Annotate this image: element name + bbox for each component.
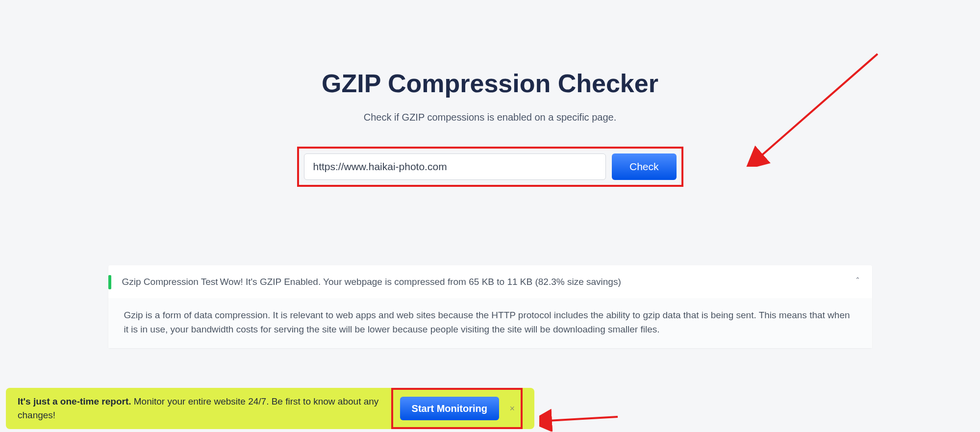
result-accordion-header[interactable]: Gzip Compression Test Wow! It's GZIP Ena… <box>108 265 872 298</box>
url-input[interactable] <box>304 153 606 180</box>
promo-banner: It's just a one-time report. Monitor you… <box>6 388 534 429</box>
close-icon[interactable]: × <box>509 404 515 414</box>
start-monitoring-button[interactable]: Start Monitoring <box>400 397 499 420</box>
results-card: Gzip Compression Test Wow! It's GZIP Ena… <box>108 265 872 348</box>
result-test-name: Gzip Compression Test <box>122 275 220 289</box>
svg-line-1 <box>548 417 618 421</box>
banner-text: It's just a one-time report. Monitor you… <box>18 395 391 423</box>
check-button[interactable]: Check <box>612 153 677 180</box>
result-description: Gzip is a form of data compression. It i… <box>108 298 872 349</box>
url-form-highlight: Check <box>297 147 683 187</box>
annotation-arrow-icon <box>539 402 628 432</box>
chevron-up-icon: ⌃ <box>855 276 860 283</box>
page-title: GZIP Compression Checker <box>0 69 980 98</box>
result-summary: Wow! It's GZIP Enabled. Your webpage is … <box>220 275 858 289</box>
banner-button-highlight: Start Monitoring × <box>391 388 523 429</box>
status-bar-success <box>108 275 111 289</box>
page-subtitle: Check if GZIP compessions is enabled on … <box>0 112 980 123</box>
